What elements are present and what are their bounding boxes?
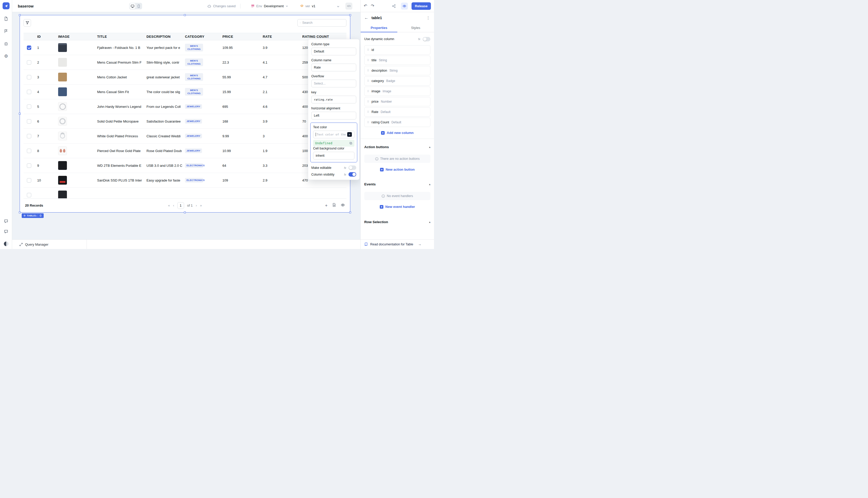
table-row[interactable]: 1Fjallraven - Foldsack No. 1 BYour perfe… — [24, 40, 347, 55]
filter-button[interactable] — [24, 19, 31, 27]
tab-properties[interactable]: Properties — [361, 24, 397, 32]
canvas[interactable]: IDIMAGETITLEDESCRIPTIONCATEGORYPRICERATE… — [12, 12, 361, 249]
table-row[interactable]: 2Mens Casual Premium Slim FSlim-fitting … — [24, 55, 347, 70]
debugger-bug-icon[interactable] — [0, 40, 12, 47]
column-header[interactable]: RATING COUNT — [300, 35, 347, 39]
table-row[interactable]: 3Mens Cotton Jacketgreat outerwear jacke… — [24, 70, 347, 84]
share-button[interactable] — [390, 3, 397, 10]
action-buttons-section-header[interactable]: Action buttons ▴ — [364, 145, 430, 149]
row-checkbox[interactable] — [27, 163, 31, 168]
table-row[interactable]: 4Mens Casual Slim FitThe color could be … — [24, 84, 347, 99]
resize-handle[interactable] — [349, 211, 351, 213]
search-input[interactable] — [302, 21, 344, 25]
table-row[interactable]: 9WD 2TB Elements Portable EUSB 3.0 and U… — [24, 158, 347, 173]
inspector-column-id[interactable]: ⠿id — [364, 45, 430, 55]
column-header[interactable]: RATE — [260, 35, 300, 39]
column-header[interactable]: TITLE — [95, 35, 144, 39]
row-checkbox[interactable] — [27, 45, 31, 50]
dynamic-column-toggle[interactable] — [423, 37, 430, 41]
row-checkbox[interactable] — [27, 90, 31, 94]
undo-icon[interactable]: ↶ — [364, 4, 367, 8]
make-editable-toggle[interactable] — [349, 166, 356, 170]
drag-handle-icon[interactable]: ⠿ — [367, 59, 369, 62]
row-checkbox[interactable] — [27, 104, 31, 109]
row-checkbox[interactable] — [27, 75, 31, 79]
row-selection-section-header[interactable]: Row Selection ▴ — [364, 220, 430, 224]
resize-handle[interactable] — [184, 211, 186, 213]
collapse-caret-icon[interactable]: ▴ — [429, 221, 430, 223]
column-header[interactable]: IMAGE — [56, 35, 95, 39]
row-checkbox[interactable] — [27, 60, 31, 65]
widget-gear-icon[interactable]: ⚙ — [24, 214, 26, 217]
theme-toggle-icon[interactable] — [0, 241, 12, 247]
collapse-caret-icon[interactable]: ▴ — [429, 183, 430, 186]
code-toggle-button[interactable]: </> — [345, 3, 352, 10]
row-checkbox[interactable] — [27, 134, 31, 138]
tab-styles[interactable]: Styles — [397, 24, 434, 32]
mobile-view-button[interactable] — [136, 3, 141, 9]
table-row[interactable]: 8Pierced Owl Rose Gold PlateRose Gold Pl… — [24, 144, 347, 158]
fx-button[interactable]: fx — [347, 132, 352, 137]
column-header[interactable]: CATEGORY — [182, 35, 220, 39]
delete-widget-icon[interactable] — [39, 214, 42, 217]
new-event-handler-button[interactable]: New event handler — [364, 205, 430, 209]
inspector-column-image[interactable]: ⠿imageImage — [364, 87, 430, 96]
prev-page-button[interactable]: ‹ — [173, 204, 174, 207]
download-button[interactable] — [332, 203, 336, 208]
resize-handle[interactable] — [184, 14, 186, 16]
kebab-menu-icon[interactable]: ⋮ — [426, 15, 430, 20]
resize-handle[interactable] — [19, 14, 21, 16]
column-header[interactable]: DESCRIPTION — [144, 35, 182, 39]
desktop-view-button[interactable] — [130, 3, 135, 9]
settings-gear-icon[interactable]: ⚙ — [0, 53, 12, 59]
first-page-button[interactable]: « — [168, 204, 170, 207]
table-row[interactable]: 5John Hardy Women's LegendFrom our Legen… — [24, 99, 347, 114]
inspector-column-title[interactable]: ⠿titleString — [364, 56, 430, 65]
inspector-column-description[interactable]: ⠿descriptionString — [364, 66, 430, 75]
column-header[interactable]: PRICE — [220, 35, 260, 39]
drag-handle-icon[interactable]: ⠿ — [367, 110, 369, 114]
widget-label[interactable]: ⚙ TABLE1 — [22, 213, 44, 218]
inspector-column-rating-count[interactable]: ⠿rating CountDefault — [364, 118, 430, 127]
table-row[interactable]: 6Solid Gold Petite MicropaveSatisfaction… — [24, 114, 347, 129]
text-color-input[interactable]: Text color of the fx — [313, 131, 354, 138]
row-checkbox[interactable] — [27, 193, 31, 197]
chat-icon[interactable] — [0, 218, 12, 224]
new-action-button[interactable]: New action button — [364, 168, 430, 171]
table-row[interactable] — [24, 188, 347, 198]
row-checkbox[interactable] — [27, 178, 31, 183]
preview-button[interactable] — [401, 3, 408, 10]
table-search[interactable] — [297, 19, 347, 27]
resize-handle[interactable] — [19, 211, 21, 213]
inspector-column-category[interactable]: ⠿categoryBadge — [364, 76, 430, 86]
drag-handle-icon[interactable]: ⠿ — [367, 69, 369, 73]
query-manager-toggle[interactable]: Query Manager — [12, 240, 87, 249]
resize-handle[interactable] — [349, 14, 351, 16]
key-input[interactable]: rating.rate — [311, 96, 356, 103]
drag-handle-icon[interactable]: ⠿ — [367, 48, 369, 52]
current-page[interactable]: 1 — [177, 202, 184, 209]
collapse-caret-icon[interactable]: ▴ — [429, 146, 430, 148]
flag-icon[interactable] — [0, 28, 12, 34]
overflow-select[interactable]: Select... — [311, 80, 356, 88]
redo-icon[interactable]: ↷ — [371, 4, 374, 8]
column-visibility-button[interactable] — [341, 203, 345, 208]
release-button[interactable]: Release — [411, 2, 431, 10]
cell-bg-input[interactable]: inherit — [313, 152, 354, 159]
inspector-column-price[interactable]: ⠿priceNumber — [364, 97, 430, 106]
last-page-button[interactable]: » — [200, 204, 202, 207]
table-widget[interactable]: IDIMAGETITLEDESCRIPTIONCATEGORYPRICERATE… — [20, 15, 350, 212]
column-type-select[interactable]: Default — [311, 48, 356, 55]
version-chevron-down-icon[interactable] — [337, 4, 340, 9]
environment-selector[interactable]: Env Development — [251, 0, 288, 12]
copy-icon[interactable] — [349, 142, 352, 145]
column-visibility-toggle[interactable] — [349, 172, 356, 176]
events-section-header[interactable]: Events ▴ — [364, 182, 430, 186]
drag-handle-icon[interactable]: ⠿ — [367, 121, 369, 124]
column-name-input[interactable]: Rate — [311, 64, 356, 71]
add-row-button[interactable]: + — [325, 203, 328, 208]
drag-handle-icon[interactable]: ⠿ — [367, 79, 369, 83]
back-icon[interactable]: ← — [364, 16, 368, 20]
fx-icon[interactable]: fx — [418, 38, 420, 41]
app-logo[interactable] — [3, 2, 10, 9]
